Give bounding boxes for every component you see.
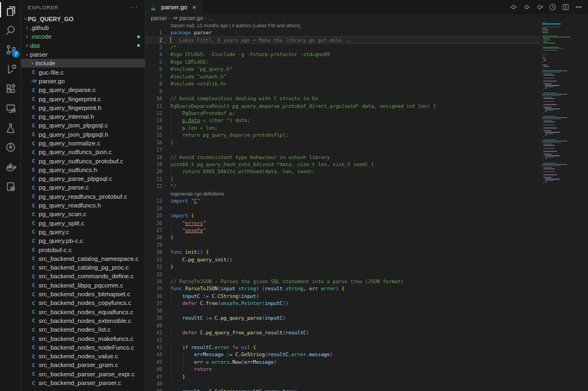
tree-file-src_backend_catalog_namespace.c[interactable]: Csrc_backend_catalog_namespace.c bbox=[21, 254, 145, 263]
tree-folder-.vscode[interactable]: .vscode bbox=[21, 32, 145, 41]
close-icon[interactable]: × bbox=[192, 3, 197, 11]
explorer-more-actions-icon[interactable]: ··· bbox=[130, 3, 138, 11]
code-line[interactable]: 26 "errors" bbox=[145, 219, 588, 227]
docker-icon[interactable] bbox=[0, 157, 21, 176]
tree-file-pg_query_fingerprint.c[interactable]: Cpg_query_fingerprint.c bbox=[21, 94, 145, 103]
code-line[interactable]: 15 return pg_query_deparse_protobuf(p); bbox=[145, 132, 588, 139]
tree-file-src_backend_nodes_list.c[interactable]: Csrc_backend_nodes_list.c bbox=[21, 325, 145, 334]
code-line[interactable]: 34// ParseToJSON - Parses the given SQL … bbox=[145, 278, 588, 285]
tree-file-pg_query_parse.c[interactable]: Cpg_query_parse.c bbox=[21, 183, 145, 192]
code-line[interactable]: 14 p.len = len; bbox=[145, 124, 588, 131]
code-line[interactable]: 30func init() { bbox=[145, 249, 588, 256]
code-line[interactable]: 29 bbox=[145, 241, 588, 248]
code-line[interactable]: 18// Avoid inconsistent type behaviour i… bbox=[145, 154, 588, 161]
tree-file-pg_query_scan.c[interactable]: Cpg_query_scan.c bbox=[21, 210, 145, 218]
tree-file-src_backend_nodes_copyfuncs.c[interactable]: Csrc_backend_nodes_copyfuncs.c bbox=[21, 298, 145, 307]
code-line[interactable]: 47 } bbox=[145, 373, 588, 380]
tree-file-pg_query_split.c[interactable]: Cpg_query_split.c bbox=[21, 219, 145, 228]
tree-file-guc-file.c[interactable]: Cguc-file.c bbox=[21, 68, 145, 76]
file-history-icon[interactable] bbox=[549, 3, 556, 11]
code-line[interactable]: 21} bbox=[145, 175, 588, 182]
gitlens-icon[interactable] bbox=[0, 137, 21, 157]
code-line[interactable]: 41 defer C.pg_query_free_parse_result(re… bbox=[145, 329, 588, 336]
tree-file-pg_query.pb-c.c[interactable]: Cpg_query.pb-c.c bbox=[21, 236, 145, 245]
breadcrumb-folder[interactable]: parser bbox=[151, 15, 167, 21]
code-line[interactable]: 28) bbox=[145, 234, 588, 241]
code-line[interactable]: 9 bbox=[145, 88, 588, 95]
tree-file-protobuf-c.c[interactable]: Cprotobuf-c.c bbox=[21, 245, 145, 254]
code-line[interactable]: 35func ParseToJSON(input string) (result… bbox=[145, 285, 588, 292]
code-line[interactable]: 5#cgo LDFLAGS: bbox=[145, 58, 588, 65]
gitlens-annotations-icon[interactable] bbox=[510, 3, 517, 11]
tree-file-src_backend_parser_gram.c[interactable]: Csrc_backend_parser_gram.c bbox=[21, 361, 145, 369]
tree-file-src_backend_nodes_extensible.c[interactable]: Csrc_backend_nodes_extensible.c bbox=[21, 316, 145, 325]
code-line[interactable]: 31 C.pg_query_init() bbox=[145, 256, 588, 263]
code-line[interactable]: 36 inputC := C.CString(input) bbox=[145, 292, 588, 300]
code-line[interactable]: 10// Avoid complexities dealing with C s… bbox=[145, 95, 588, 102]
code-line[interactable]: 1package parser bbox=[145, 29, 588, 36]
more-actions-icon[interactable] bbox=[575, 3, 583, 11]
code-line[interactable]: 6#include "pg_query.h" bbox=[145, 66, 588, 73]
tree-folder-parser[interactable]: parser bbox=[21, 50, 145, 59]
tree-folder-.github[interactable]: .github bbox=[21, 23, 145, 32]
manage-settings-icon[interactable] bbox=[0, 176, 21, 196]
code-line[interactable]: 49 result = C.GoString(resultC.parse_tre… bbox=[145, 388, 588, 391]
extensions-icon[interactable] bbox=[0, 78, 21, 98]
code-line[interactable]: 11PgQueryDeparseResult pg_query_deparse_… bbox=[145, 102, 588, 109]
codelens-action[interactable]: regenerate cgo definitions bbox=[145, 190, 588, 197]
run-debug-icon[interactable] bbox=[0, 59, 21, 78]
code-line[interactable]: 2Lukas Fittl, 6 years ago • Make the lib… bbox=[145, 36, 541, 44]
code-line[interactable]: 39 resultC := C.pg_query_parse(inputC) bbox=[145, 315, 588, 322]
tree-file-pg_query_readfuncs.h[interactable]: Cpg_query_readfuncs.h bbox=[21, 201, 145, 210]
tree-file-src_backend_commands_define.c[interactable]: Csrc_backend_commands_define.c bbox=[21, 272, 145, 280]
code-line[interactable]: 46 return bbox=[145, 366, 588, 373]
code-line[interactable]: 42 bbox=[145, 337, 588, 344]
tree-file-pg_query_deparse.c[interactable]: Cpg_query_deparse.c bbox=[21, 85, 145, 94]
code-line[interactable]: 32} bbox=[145, 263, 588, 270]
tree-file-src_backend_libpq_pqcomm.c[interactable]: Csrc_backend_libpq_pqcomm.c bbox=[21, 281, 145, 290]
tree-file-pg_query_outfuncs.h[interactable]: Cpg_query_outfuncs.h bbox=[21, 166, 145, 174]
code-line[interactable]: 3/* bbox=[145, 44, 588, 51]
tree-file-pg_query_outfuncs_json.c[interactable]: Cpg_query_outfuncs_json.c bbox=[21, 148, 145, 156]
code-line[interactable]: 4#cgo CFLAGS: -Iinclude -g -fstack-prote… bbox=[145, 51, 588, 58]
remote-explorer-icon[interactable] bbox=[0, 98, 21, 118]
gitlens-commit-icon[interactable] bbox=[523, 3, 530, 11]
breadcrumb-symbol[interactable]: … bbox=[208, 15, 214, 21]
search-icon[interactable] bbox=[0, 20, 21, 39]
tree-file-src_backend_nodes_equalfuncs.c[interactable]: Csrc_backend_nodes_equalfuncs.c bbox=[21, 308, 145, 316]
code-line[interactable]: 17 bbox=[145, 146, 588, 153]
code-line[interactable]: 22*/ bbox=[145, 183, 588, 190]
tree-file-parser.go[interactable]: -GOparser.go bbox=[21, 77, 145, 85]
source-control-icon[interactable]: 7 bbox=[0, 39, 21, 59]
code-line[interactable]: 12 PgQueryProtobuf p; bbox=[145, 109, 588, 117]
code-line[interactable]: 33 bbox=[145, 271, 588, 278]
code-line[interactable]: 45 err = errors.New(errMessage) bbox=[145, 358, 588, 365]
tree-folder-dist[interactable]: dist bbox=[21, 41, 145, 50]
code-line[interactable]: 20 return XXH3_64bits_withSeed(data, len… bbox=[145, 168, 588, 175]
code-line[interactable]: 38 bbox=[145, 307, 588, 314]
tree-file-pg_query_normalize.c[interactable]: Cpg_query_normalize.c bbox=[21, 139, 145, 148]
code-line[interactable]: 44 errMessage := C.GoString(resultC.erro… bbox=[145, 351, 588, 358]
code-line[interactable]: 8#include <stdlib.h> bbox=[145, 81, 588, 88]
tree-file-pg_query_fingerprint.h[interactable]: Cpg_query_fingerprint.h bbox=[21, 103, 145, 112]
code-line[interactable]: 16} bbox=[145, 139, 588, 146]
gitlens-graph-icon[interactable] bbox=[536, 3, 543, 11]
code-line[interactable]: 40 bbox=[145, 322, 588, 329]
tree-file-pg_query_readfuncs_protobuf.c[interactable]: Cpg_query_readfuncs_protobuf.c bbox=[21, 192, 145, 201]
code-line[interactable]: 7#include "xxhash.h" bbox=[145, 73, 588, 80]
explorer-icon[interactable] bbox=[0, 0, 21, 20]
code-editor[interactable]: Steven Kalt, 13 months ago | 4 authors (… bbox=[145, 22, 588, 391]
code-line[interactable]: 19uint64_t pg_query_hash_xxh3_64(void *d… bbox=[145, 161, 588, 168]
minimap[interactable] bbox=[541, 22, 588, 391]
code-line[interactable]: 48 bbox=[145, 380, 588, 387]
tree-file-pg_query_parse_plpgsql.c[interactable]: Cpg_query_parse_plpgsql.c bbox=[21, 174, 145, 183]
tree-file-pg_query_outfuncs_protobuf.c[interactable]: Cpg_query_outfuncs_protobuf.c bbox=[21, 156, 145, 165]
code-line[interactable]: 13 p.data = (char *) data; bbox=[145, 117, 588, 124]
workspace-root-folder[interactable]: PG_QUERY_GO bbox=[21, 14, 145, 23]
code-line[interactable]: 27 "unsafe" bbox=[145, 227, 588, 234]
tree-file-src_backend_parser_parser.c[interactable]: Csrc_backend_parser_parser.c bbox=[21, 378, 145, 387]
tree-folder-include[interactable]: include bbox=[21, 59, 145, 68]
tree-file-src_backend_catalog_pg_proc.c[interactable]: Csrc_backend_catalog_pg_proc.c bbox=[21, 263, 145, 272]
tree-file-src_backend_nodes_makefuncs.c[interactable]: Csrc_backend_nodes_makefuncs.c bbox=[21, 334, 145, 343]
testing-icon[interactable] bbox=[0, 118, 21, 137]
